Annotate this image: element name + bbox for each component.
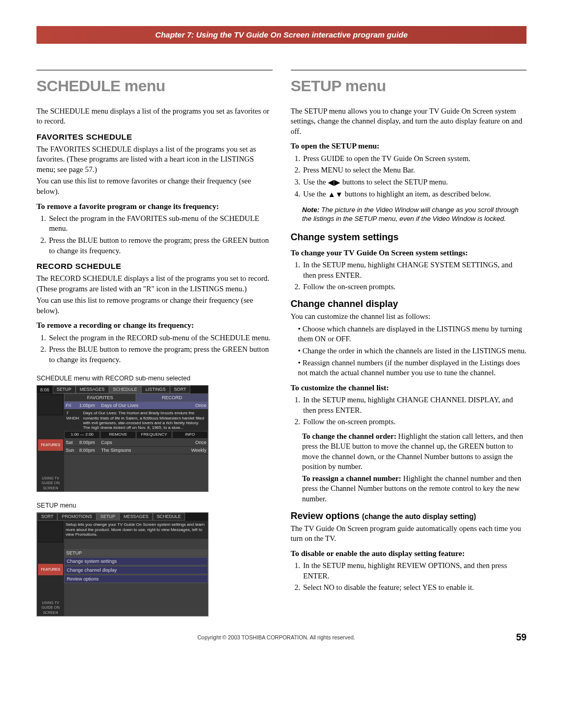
ss2-tab: SORT (37, 513, 57, 521)
fav-p2: You can use this list to remove favorite… (36, 176, 273, 196)
ss1-tab: SORT (170, 386, 190, 393)
page-footer: Copyright © 2003 TOSHIBA CORPORATION. Al… (36, 631, 527, 644)
note: Note: The picture in the Video Window wi… (302, 205, 527, 224)
review-step-1: In the SETUP menu, highlight REVIEW OPTI… (302, 561, 527, 581)
ss2-item: Review options (64, 575, 208, 583)
up-down-arrow-icon: ▲▼ (328, 190, 343, 200)
schedule-screenshot: 8:06 SETUP MESSAGES SCHEDULE LISTINGS SO… (36, 385, 209, 492)
ss1-subtab: RECORD (136, 393, 208, 402)
ss2-item: Change channel display (64, 566, 208, 574)
record-heading: RECORD SCHEDULE (36, 261, 273, 272)
ss2-msg: Setup lets you change your TV Guide On S… (64, 521, 208, 539)
ss1-subtab: FAVORITES (64, 393, 136, 402)
ss2-tab: MESSAGES (119, 513, 153, 521)
page-number: 59 (516, 631, 527, 644)
schedule-menu-title: SCHEDULE menu (36, 76, 273, 97)
ccd-heading: Change channel display (291, 298, 527, 310)
setup-intro: The SETUP menu allows you to change your… (291, 106, 527, 137)
ss1-desc: Days of Our Lives: The Horton and Brady … (83, 411, 205, 430)
screenshot-1-caption: SCHEDULE menu with RECORD sub-menu selec… (36, 374, 273, 383)
right-column: SETUP menu The SETUP menu allows you to … (291, 70, 527, 619)
ss1-timerange: 1:00 — 2:00 (64, 431, 100, 439)
ss1-tab: SCHEDULE (109, 386, 141, 393)
screenshot-2-caption: SETUP menu (36, 501, 273, 510)
ss2-tab: SCHEDULE (153, 513, 185, 521)
ss1-channel: 7 WHDH (66, 411, 82, 420)
setup-menu-title: SETUP menu (291, 76, 527, 97)
schedule-intro: The SCHEDULE menu displays a list of the… (36, 106, 273, 127)
open-step-1: Press GUIDE to open the TV Guide On Scre… (302, 154, 527, 164)
left-column: SCHEDULE menu The SCHEDULE menu displays… (36, 70, 273, 619)
review-intro: The TV Guide On Screen program guide aut… (291, 524, 527, 544)
ss1-tab: SETUP (53, 386, 76, 393)
ccd-step-1: In the SETUP menu, highlight CHANGE CHAN… (302, 395, 527, 415)
ccd-step-2: Follow the on-screen prompts. (302, 417, 527, 427)
rec-p2: You can use this list to remove programs… (36, 295, 273, 316)
review-heading: Review options (change the auto display … (291, 510, 527, 522)
ss1-side-text: USING TV GUIDE ON SCREEN (37, 476, 64, 490)
setup-screenshot: SORT PROMOTIONS SETUP MESSAGES SCHEDULE … (36, 512, 209, 616)
open-lead: To open the SETUP menu: (291, 141, 527, 151)
rec-step-1: Select the program in the RECORD sub-men… (48, 333, 273, 343)
rec-lead: To remove a recording or change its freq… (36, 320, 273, 330)
favorites-heading: FAVORITES SCHEDULE (36, 132, 273, 143)
open-step-2: Press MENU to select the Menu Bar. (302, 165, 527, 176)
ss1-btn: INFO (172, 431, 208, 439)
fav-lead: To remove a favorite program or change i… (36, 201, 273, 212)
ccd-reassign: To reassign a channel number: Highlight … (302, 474, 527, 504)
ss1-btn: FREQUENCY (136, 431, 172, 439)
ss1-tab: LISTINGS (141, 386, 170, 393)
ss2-features: FEATURES (38, 564, 63, 575)
css-step-1: In the SETUP menu, highlight CHANGE SYST… (302, 260, 527, 280)
ss1-tab: MESSAGES (76, 386, 109, 393)
ss1-time: 8:06 (37, 387, 53, 393)
ccd-order: To change the channel order: Highlight t… (302, 431, 527, 472)
ss2-tab: PROMOTIONS (57, 513, 96, 521)
ss1-btn: REMOVE (100, 431, 136, 439)
ccd-bullet-1: Choose which channels are displayed in t… (298, 324, 527, 344)
fav-step-1: Select the program in the FAVORITES sub-… (48, 214, 273, 234)
ccd-bullet-3: Reassign channel numbers (if the number … (298, 358, 527, 378)
ccd-lead: To customize the channel list: (291, 382, 527, 393)
chapter-header: Chapter 7: Using the TV Guide On Screen … (36, 26, 527, 44)
ccd-bullet-2: Change the order in which the channels a… (298, 346, 527, 356)
left-right-arrow-icon: ◀▶ (328, 178, 340, 188)
ss2-item: Change system settings (64, 557, 208, 565)
ss1-features: FEATURES (38, 439, 63, 451)
ccd-intro: You can customize the channel list as fo… (291, 312, 527, 322)
open-step-3: Use the ◀▶ buttons to select the SETUP m… (302, 177, 527, 188)
open-step-4: Use the ▲▼ buttons to highlight an item,… (302, 189, 527, 200)
fav-step-2: Press the BLUE button to remove the prog… (48, 236, 273, 256)
css-heading: Change system settings (291, 231, 527, 243)
review-lead: To disable or enable the auto display se… (291, 548, 527, 559)
rec-step-2: Press the BLUE button to remove the prog… (48, 344, 273, 365)
ss2-side-text: USING TV GUIDE ON SCREEN (37, 600, 64, 615)
ss2-tab: SETUP (96, 513, 119, 521)
css-lead: To change your TV Guide On Screen system… (291, 248, 527, 258)
fav-p1: The FAVORITES SCHEDULE displays a list o… (36, 144, 273, 175)
copyright: Copyright © 2003 TOSHIBA CORPORATION. Al… (36, 634, 516, 641)
css-step-2: Follow the on-screen prompts. (302, 282, 527, 292)
rec-p1: The RECORD SCHEDULE displays a list of t… (36, 274, 273, 294)
review-step-2: Select NO to disable the feature; select… (302, 583, 527, 593)
ss2-head: SETUP (64, 549, 208, 557)
